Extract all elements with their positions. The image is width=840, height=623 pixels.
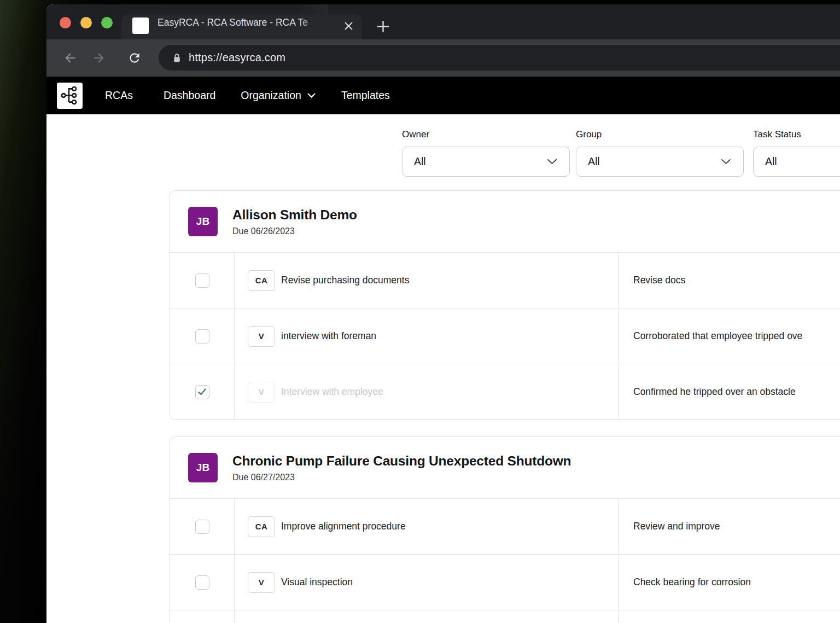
app-navbar: RCAs Dashboard Organization Templates [46, 77, 840, 114]
address-bar[interactable]: https://easyrca.com [159, 45, 840, 71]
task-row[interactable]: CA Revise purchasing documents Revise do… [170, 252, 840, 308]
nav-item-label: Dashboard [164, 89, 215, 102]
task-cell: V interview with foreman [235, 308, 619, 364]
selected-value: All [588, 155, 600, 168]
filter-owner: Owner All [402, 129, 570, 177]
selected-value: All [765, 155, 777, 168]
task-row[interactable]: V interview with foreman Corroborated th… [170, 308, 840, 364]
checkbox-cell [170, 499, 235, 554]
task-cell: V Interview with employee [235, 364, 619, 420]
task-note: Corroborated that employee tripped ove [619, 308, 840, 364]
checkbox-cell [170, 253, 235, 308]
tab-close-icon[interactable] [344, 21, 353, 31]
task-label: Improve alignment procedure [281, 521, 406, 532]
card-rows: CA Revise purchasing documents Revise do… [170, 252, 840, 420]
reload-icon[interactable] [127, 51, 142, 65]
owner-select[interactable]: All [402, 147, 570, 177]
filter-label: Owner [402, 129, 570, 140]
task-note: Revise docs [619, 253, 840, 308]
card-title: Allison Smith Demo [232, 207, 357, 223]
task-checkbox[interactable] [195, 575, 209, 590]
task-note [619, 610, 840, 623]
filter-task-status: Task Status All [753, 129, 840, 177]
rca-card: JB Allison Smith Demo Due 06/26/2023 CA … [170, 190, 840, 420]
close-window-button[interactable] [60, 17, 71, 28]
card-title: Chronic Pump Failure Causing Unexpected … [232, 453, 571, 469]
logic-tree-icon [60, 85, 80, 106]
card-header: JB Allison Smith Demo Due 06/26/2023 [170, 191, 840, 252]
task-label: Interview with employee [281, 386, 383, 398]
task-checkbox[interactable] [195, 273, 209, 288]
zoom-window-button[interactable] [101, 17, 113, 28]
task-cell: CA Improve alignment procedure [235, 499, 619, 554]
task-type-badge: V [248, 382, 275, 403]
task-checkbox[interactable] [195, 329, 209, 343]
task-note: Check bearing for corrosion [619, 555, 840, 610]
avatar: JB [188, 453, 218, 482]
task-row[interactable]: V Interview with employee Confirmed he t… [170, 364, 840, 420]
task-row[interactable] [170, 610, 840, 623]
checkbox-cell [170, 555, 235, 610]
checkbox-cell [170, 308, 235, 364]
task-type-badge: CA [248, 270, 275, 291]
task-label: Visual inspection [281, 577, 353, 588]
card-due-date: Due 06/26/2023 [232, 226, 357, 236]
nav-item-dashboard[interactable]: Dashboard [164, 89, 215, 102]
tab-title: EasyRCA - RCA Software - RCA Te [158, 4, 328, 39]
task-note: Review and improve [619, 499, 840, 554]
task-cell [235, 610, 619, 623]
task-cell: V Visual inspection [235, 555, 619, 610]
task-cell: CA Revise purchasing documents [235, 253, 619, 308]
forward-icon[interactable] [92, 51, 107, 65]
new-tab-icon[interactable] [377, 20, 389, 33]
card-due-date: Due 06/27/2023 [232, 473, 571, 482]
task-type-badge: V [248, 572, 275, 593]
selected-value: All [414, 155, 426, 168]
nav-item-rcas[interactable]: RCAs [105, 89, 133, 102]
checkbox-cell [170, 610, 235, 623]
task-type-badge: V [248, 326, 275, 347]
back-icon[interactable] [63, 51, 77, 65]
task-row[interactable]: CA Improve alignment procedure Review an… [170, 498, 840, 554]
nav-item-label: RCAs [105, 89, 133, 102]
task-label: interview with foreman [281, 330, 376, 342]
card-rows: CA Improve alignment procedure Review an… [170, 498, 840, 623]
task-type-badge: CA [248, 516, 275, 537]
checkmark-icon [198, 388, 206, 395]
task-checkbox[interactable] [195, 385, 209, 399]
task-label: Revise purchasing documents [281, 275, 409, 286]
avatar: JB [188, 207, 218, 236]
chevron-down-icon [307, 93, 316, 98]
task-note: Confirmed he tripped over an obstacle [619, 364, 840, 420]
filter-label: Group [576, 129, 744, 140]
browser-toolbar: https://easyrca.com [46, 39, 840, 77]
nav-item-label: Organization [241, 89, 301, 102]
page-content: Owner All Group All Task Status All [46, 114, 840, 623]
nav-item-organization[interactable]: Organization [241, 89, 316, 102]
filter-label: Task Status [753, 129, 840, 140]
minimize-window-button[interactable] [80, 17, 92, 28]
chevron-down-icon [721, 159, 731, 165]
tab-favicon-icon [132, 18, 149, 34]
app-logo[interactable] [57, 83, 83, 109]
window-controls [60, 17, 113, 28]
checkbox-cell [170, 364, 235, 420]
task-checkbox[interactable] [195, 520, 209, 534]
browser-window: EasyRCA - RCA Software - RCA Te https://… [46, 4, 840, 623]
browser-titlebar: EasyRCA - RCA Software - RCA Te [46, 4, 840, 39]
group-select[interactable]: All [576, 147, 744, 177]
nav-item-templates[interactable]: Templates [341, 89, 390, 102]
nav-item-label: Templates [341, 89, 390, 102]
cards-container: JB Allison Smith Demo Due 06/26/2023 CA … [170, 190, 840, 623]
filter-group: Group All [576, 129, 744, 177]
url-text: https://easyrca.com [189, 51, 285, 64]
task-row[interactable]: V Visual inspection Check bearing for co… [170, 554, 840, 610]
rca-card: JB Chronic Pump Failure Causing Unexpect… [170, 436, 840, 623]
chevron-down-icon [547, 159, 557, 165]
card-header: JB Chronic Pump Failure Causing Unexpect… [170, 437, 840, 498]
lock-icon [172, 53, 182, 63]
task-status-select[interactable]: All [753, 147, 840, 177]
